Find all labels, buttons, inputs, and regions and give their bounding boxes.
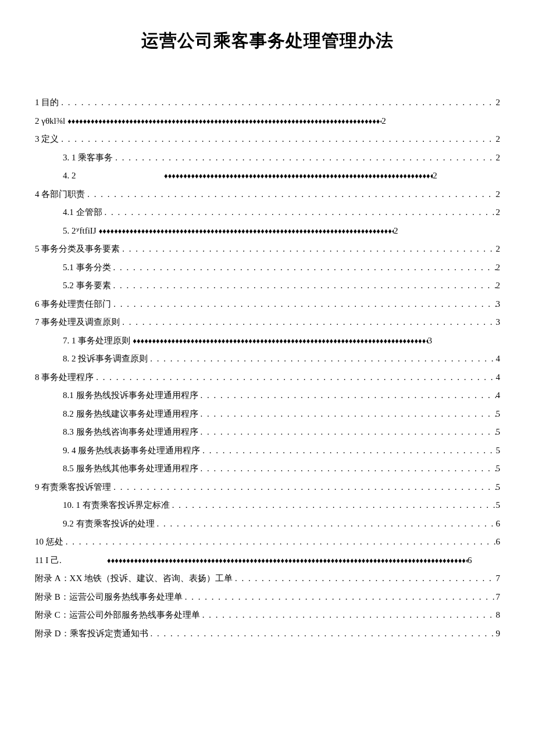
toc-entry: 6 事务处理责任部门3	[35, 295, 500, 314]
toc-entry-label: 9. 4 服务热线表扬事务处理通用程序	[63, 442, 200, 460]
toc-entry-label: 4.1 企管部	[63, 203, 102, 222]
toc-leader	[59, 130, 495, 149]
toc-leader	[148, 625, 496, 643]
toc-entry-label: 8.2 服务热线建议事务处理通用程序	[63, 405, 198, 424]
toc-entry: 5.1 事务分类2	[35, 259, 500, 277]
toc-leader	[97, 223, 394, 239]
toc-entry-page: 2	[496, 259, 501, 277]
toc-entry-label: 6 事务处理责任部门	[35, 295, 111, 314]
toc-entry: 1 目的2	[35, 94, 500, 112]
toc-entry-label: 7. 1 事务处理原则	[63, 332, 130, 350]
toc-leader	[198, 423, 496, 442]
toc-entry-label: 7 事务处理及调查原则	[35, 313, 120, 332]
toc-leader	[65, 113, 381, 129]
toc-entry-page: 5	[496, 405, 501, 424]
document-title: 运营公司乘客事务处理管理办法	[35, 29, 500, 53]
toc-entry-page: 6	[496, 515, 501, 533]
toc-entry-page: 4	[496, 350, 501, 368]
toc-entry: 3 定义2	[35, 130, 500, 149]
toc-entry-label: 8.1 服务热线投诉事务处理通用程序	[63, 386, 198, 405]
toc-entry-label: 4. 2	[63, 167, 162, 185]
toc-entry: 9. 4 服务热线表扬事务处理通用程序 5	[35, 442, 500, 460]
toc-entry-page: 7	[496, 588, 501, 607]
toc-leader	[113, 149, 495, 167]
toc-leader	[233, 569, 496, 588]
toc-entry-label: 11 I 己.	[35, 551, 105, 570]
toc-leader	[198, 460, 496, 478]
toc-leader	[148, 350, 495, 368]
toc-leader	[59, 94, 495, 112]
toc-leader	[111, 478, 495, 497]
toc-entry-label: 8.3 服务热线咨询事务处理通用程序	[63, 423, 198, 442]
toc-leader	[105, 553, 468, 568]
toc-entry: 5. 2ʸftfiIJ2	[35, 222, 500, 241]
toc-entry: 附录 D：乘客投诉定责通知书 9	[35, 625, 500, 643]
toc-entry: 8.3 服务热线咨询事务处理通用程序5	[35, 423, 500, 442]
toc-leader	[198, 405, 496, 424]
toc-entry: 8. 2 投诉事务调查原则 4	[35, 350, 500, 368]
toc-entry: 4.1 企管部2	[35, 203, 500, 222]
toc-entry-label: 8 事务处理程序	[35, 368, 94, 387]
toc-leader	[200, 442, 495, 460]
toc-entry-page: 2	[394, 222, 398, 241]
toc-leader	[94, 368, 495, 387]
toc-entry: 2 γθkl⅜l2	[35, 112, 500, 131]
toc-entry-page: 3	[496, 295, 501, 314]
toc-leader	[130, 333, 427, 349]
toc-entry-page: 2	[381, 112, 386, 131]
toc-entry: 4 各部门职责2	[35, 185, 500, 204]
toc-entry-page: 2	[496, 130, 501, 149]
toc-entry: 7. 1 事务处理原则3	[35, 332, 500, 350]
toc-entry: 3. 1 乘客事务2	[35, 149, 500, 167]
toc-leader	[111, 259, 496, 277]
toc-entry-label: 2 γθkl⅜l	[35, 112, 65, 131]
toc-entry-label: 附录 A：XX 地铁（投诉、建议、咨询、表扬）工单	[35, 569, 233, 588]
toc-entry-label: 8. 2 投诉事务调查原则	[63, 350, 148, 368]
toc-leader	[120, 313, 495, 332]
toc-entry-label: 5 事务分类及事务要素	[35, 240, 120, 259]
toc-entry-page: 2	[496, 277, 501, 295]
toc-entry-label: 3 定义	[35, 130, 59, 149]
toc-entry-label: 4 各部门职责	[35, 185, 85, 204]
toc-leader	[183, 588, 496, 607]
toc-entry-label: 附录 D：乘客投诉定责通知书	[35, 625, 148, 643]
toc-entry: 5 事务分类及事务要素2	[35, 240, 500, 259]
toc-entry: 8.5 服务热线其他事务处理通用程序5	[35, 460, 500, 478]
toc-entry: 8.2 服务热线建议事务处理通用程序5	[35, 405, 500, 424]
toc-entry-page: 2	[496, 240, 501, 259]
toc-leader	[200, 606, 496, 625]
toc-leader	[198, 386, 496, 405]
toc-entry-page: 9	[496, 625, 501, 643]
toc-entry-page: 2	[496, 149, 501, 167]
toc-leader	[111, 277, 496, 295]
toc-entry-page: 3	[428, 332, 433, 350]
toc-entry-page: 8	[496, 606, 501, 625]
toc-entry-label: 附录 B：运营公司服务热线事务处理单	[35, 588, 183, 607]
toc-entry: 10 惩处6	[35, 533, 500, 551]
toc-entry-page: 4	[496, 368, 501, 387]
toc-entry: 11 I 己. 6	[35, 551, 500, 570]
toc-entry-label: 8.5 服务热线其他事务处理通用程序	[63, 460, 198, 478]
toc-entry: 4. 22	[35, 167, 500, 185]
toc-leader	[85, 185, 495, 204]
toc-entry: 9.2 有责乘客投诉的处理6	[35, 515, 500, 533]
toc-entry: 8.1 服务热线投诉事务处理通用程序4	[35, 386, 500, 405]
toc-entry-label: 附录 C：运营公司外部服务热线事务处理单	[35, 606, 200, 625]
toc-leader	[120, 240, 495, 259]
toc-entry-page: 5	[496, 423, 501, 442]
toc-entry: 8 事务处理程序4	[35, 368, 500, 387]
toc-leader	[155, 515, 496, 533]
toc-entry-page: 6	[468, 551, 472, 570]
toc-entry-label: 9.2 有责乘客投诉的处理	[63, 515, 155, 533]
toc-entry-label: 9 有责乘客投诉管理	[35, 478, 111, 497]
toc-leader	[170, 496, 496, 515]
toc-entry-page: 2	[496, 203, 501, 222]
toc-leader	[102, 203, 496, 222]
toc-entry: 10. 1 有责乘客投诉界定标准 5	[35, 496, 500, 515]
toc-entry: 附录 C：运营公司外部服务热线事务处理单8	[35, 606, 500, 625]
toc-leader	[162, 168, 433, 184]
toc-entry: 7 事务处理及调查原则3	[35, 313, 500, 332]
toc-leader	[63, 533, 496, 551]
toc-entry-label: 5.2 事务要素	[63, 277, 111, 295]
toc-entry: 附录 B：运营公司服务热线事务处理单7	[35, 588, 500, 607]
